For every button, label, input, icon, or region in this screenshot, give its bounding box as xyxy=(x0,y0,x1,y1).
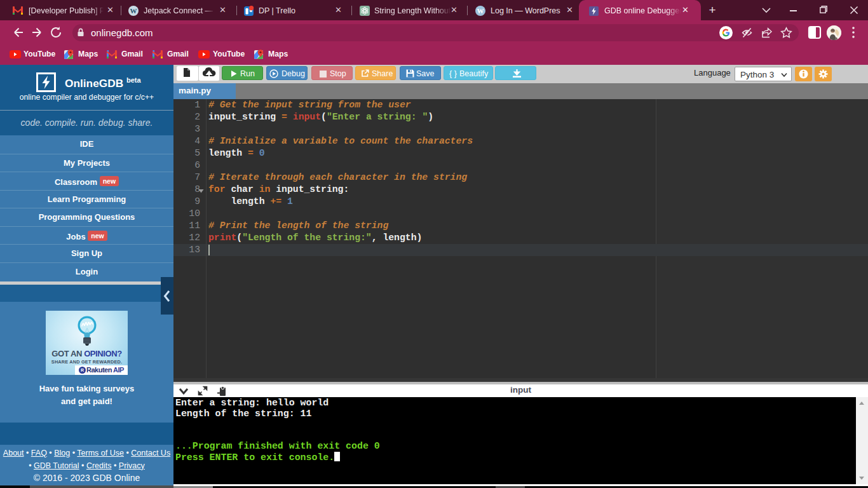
svg-text:R: R xyxy=(81,368,84,372)
